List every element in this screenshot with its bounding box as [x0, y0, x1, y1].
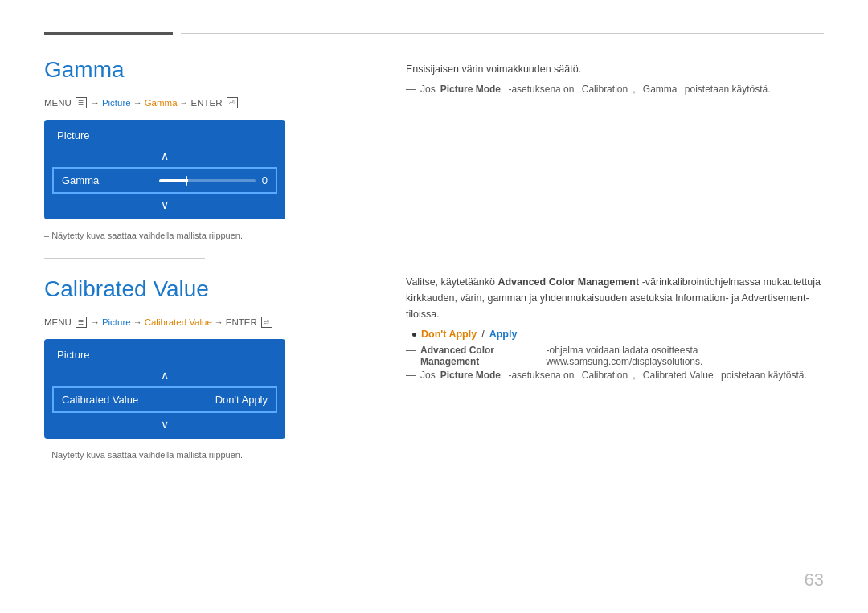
- gamma-row: Gamma 0: [52, 167, 277, 194]
- dont-apply-text: Don't Apply: [421, 329, 477, 340]
- gamma-chevron-down: ∨: [44, 197, 285, 213]
- menu-label-2: MENU: [44, 317, 72, 327]
- calibrated-right-content: Valitse, käytetäänkö Advanced Color Mana…: [406, 274, 824, 381]
- em-dash-1: —: [406, 84, 416, 95]
- enter-label-1: ENTER: [191, 98, 223, 108]
- calibrated-chevron-up: ∧: [44, 367, 285, 383]
- menu-picture-link-2: Picture: [102, 317, 131, 327]
- gamma-desc: Ensisijaisen värin voimakkuuden säätö.: [406, 61, 824, 77]
- enter-icon-2: ⏎: [261, 317, 272, 328]
- calibrated-picture-mode-link: Picture Mode: [440, 370, 501, 381]
- page-number: 63: [805, 570, 824, 591]
- calibrated-note3-mid: -asetuksena on: [506, 370, 577, 381]
- arrow-4: →: [91, 317, 100, 327]
- calibrated-sub-note2: — Jos Picture Mode -asetuksena on Calibr…: [406, 370, 824, 381]
- gamma-title: Gamma: [44, 57, 358, 83]
- menu-calibrated-link: Calibrated Value: [145, 317, 212, 327]
- gamma-picture-mode-link: Picture Mode: [440, 84, 501, 95]
- gamma-menu-path: MENU ☰ → Picture → Gamma → ENTER ⏎: [44, 97, 358, 108]
- gamma-row-value: 0: [262, 174, 268, 186]
- gamma-sub-end: poistetaan käytöstä.: [682, 84, 771, 95]
- calibrated-calibration-link: Calibration: [582, 370, 628, 381]
- section-divider: [44, 258, 205, 259]
- em-dash-3: —: [406, 370, 416, 381]
- enter-label-2: ENTER: [226, 317, 257, 327]
- content-area: Gamma MENU ☰ → Picture → Gamma → ENTER ⏎…: [44, 57, 824, 460]
- calibrated-row-value: Don't Apply: [215, 394, 268, 406]
- gamma-slider[interactable]: [159, 179, 256, 182]
- top-divider: [44, 32, 824, 35]
- menu-gamma-link: Gamma: [145, 98, 178, 108]
- page-container: Gamma MENU ☰ → Picture → Gamma → ENTER ⏎…: [0, 0, 868, 613]
- calibrated-value-link: Calibrated Value: [643, 370, 714, 381]
- calibrated-menu-path: MENU ☰ → Picture → Calibrated Value → EN…: [44, 317, 358, 328]
- calibrated-note: – Näytetty kuva saattaa vaihdella mallis…: [44, 450, 358, 460]
- gamma-desc-text: Ensisijaisen värin voimakkuuden säätö.: [406, 63, 581, 75]
- menu-picture-link: Picture: [102, 98, 131, 108]
- calibrated-note3-end: poistetaan käytöstä.: [719, 370, 807, 381]
- gamma-sub-mid: -asetuksena on: [506, 84, 577, 95]
- arrow-1: →: [91, 98, 100, 108]
- calibrated-row: Calibrated Value Don't Apply: [52, 386, 277, 413]
- gamma-sub-comma: ,: [633, 84, 638, 95]
- menu-icon-1: ☰: [76, 97, 87, 108]
- calibrated-title: Calibrated Value: [44, 276, 358, 302]
- apply-text: Apply: [489, 329, 518, 340]
- left-column: Gamma MENU ☰ → Picture → Gamma → ENTER ⏎…: [44, 57, 358, 460]
- gamma-calibration-link: Calibration: [582, 84, 628, 95]
- calibrated-row-label: Calibrated Value: [62, 394, 138, 406]
- em-dash-2: —: [406, 345, 416, 356]
- gamma-picture-header: Picture: [44, 126, 285, 148]
- calibrated-desc: Valitse, käytetäänkö Advanced Color Mana…: [406, 274, 824, 322]
- calibrated-note2-rest: -ohjelma voidaan ladata osoitteesta www.…: [547, 345, 824, 367]
- arrow-2: →: [133, 98, 142, 108]
- gamma-row-label: Gamma: [62, 174, 99, 186]
- calibrated-picture-header: Picture: [44, 345, 285, 367]
- enter-icon-1: ⏎: [227, 97, 238, 108]
- gamma-picture-box: Picture ∧ Gamma 0 ∨: [44, 120, 285, 219]
- right-spacer: [406, 97, 824, 274]
- calibrated-sub-note1: — Advanced Color Management -ohjelma voi…: [406, 345, 824, 367]
- calibrated-chevron-down: ∨: [44, 416, 285, 432]
- gamma-sub-prefix: Jos: [420, 84, 436, 95]
- bullet-dot: [412, 333, 416, 337]
- arrow-6: →: [215, 317, 223, 327]
- right-column: Ensisijaisen värin voimakkuuden säätö. —…: [358, 57, 824, 460]
- divider-left: [44, 32, 173, 35]
- calibrated-note3-prefix: Jos: [420, 370, 436, 381]
- arrow-5: →: [133, 317, 142, 327]
- gamma-slider-container: 0: [99, 174, 268, 186]
- calibrated-desc-prefix: Valitse, käytetäänkö: [406, 276, 495, 288]
- menu-label-1: MENU: [44, 98, 72, 108]
- gamma-note: – Näytetty kuva saattaa vaihdella mallis…: [44, 231, 358, 240]
- arrow-3: →: [180, 98, 189, 108]
- calibrated-picture-box: Picture ∧ Calibrated Value Don't Apply ∨: [44, 339, 285, 439]
- divider-right: [181, 33, 824, 34]
- gamma-chevron-up: ∧: [44, 148, 285, 164]
- menu-icon-2: ☰: [76, 317, 87, 328]
- calibrated-desc-bold: Advanced Color Management: [497, 276, 639, 288]
- gamma-gamma-link: Gamma: [643, 84, 678, 95]
- calibrated-note2-bold: Advanced Color Management: [420, 345, 542, 367]
- gamma-right-content: Ensisijaisen värin voimakkuuden säätö. —…: [406, 61, 824, 95]
- gamma-sub-note: — Jos Picture Mode -asetuksena on Calibr…: [406, 84, 824, 95]
- calibrated-note3-comma: ,: [633, 370, 638, 381]
- calibrated-bullet: Don't Apply / Apply: [412, 329, 824, 340]
- bullet-slash: /: [481, 329, 484, 340]
